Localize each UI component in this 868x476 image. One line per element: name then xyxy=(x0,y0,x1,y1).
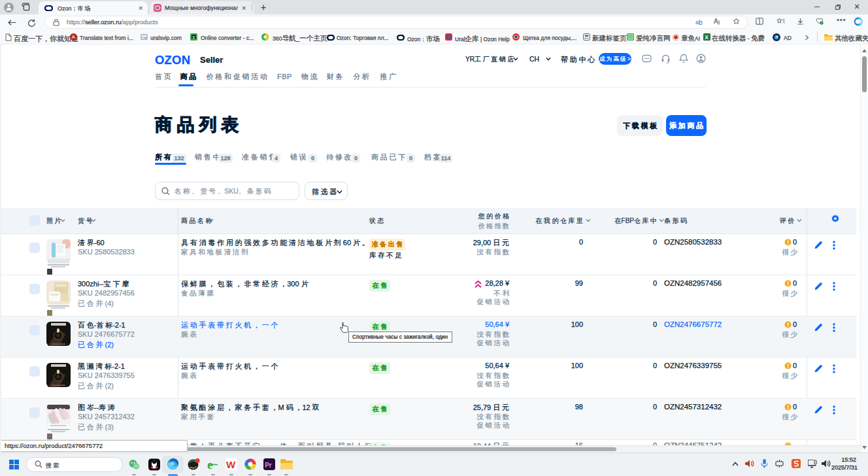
svg-text:A: A xyxy=(72,34,76,40)
svg-text:Pr: Pr xyxy=(265,462,272,469)
svg-text:W: W xyxy=(226,459,236,470)
svg-text:X: X xyxy=(192,35,195,40)
svg-text:b: b xyxy=(699,19,703,26)
svg-text:X: X xyxy=(705,34,709,41)
